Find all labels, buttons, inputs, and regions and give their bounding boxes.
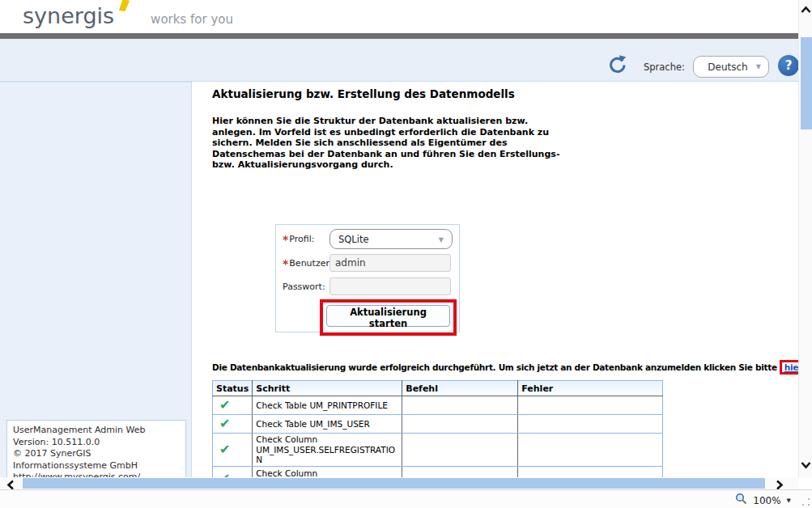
app-name: UserManagement Admin Web	[13, 425, 180, 437]
resize-grip[interactable]	[802, 498, 810, 506]
password-label: Passwort:	[283, 282, 325, 292]
intro-text: Hier können Sie die Struktur der Datenba…	[212, 116, 562, 171]
password-input[interactable]	[329, 277, 451, 295]
zoom-dropdown-icon: ▼	[787, 497, 791, 504]
app-window: synergis works for you Sprache: Deutsch …	[0, 0, 812, 508]
user-label: Benutzer:	[289, 258, 332, 269]
command-cell	[402, 415, 518, 434]
step-cell: Check Column UM_IMS_USER.PWDSALT	[253, 466, 402, 477]
chevron-down-icon: ▼	[439, 236, 444, 243]
database-form: * Profil: SQLite ▼ * Benutzer: Passwort:…	[275, 224, 460, 332]
table-row: ✔ Check Column UM_IMS_USER.PWDSALT	[213, 466, 663, 477]
magnifier-icon	[735, 493, 747, 508]
help-button[interactable]: ?	[778, 55, 799, 76]
scroll-up-icon[interactable]	[801, 3, 811, 19]
profile-value: SQLite	[338, 234, 369, 245]
command-cell	[402, 434, 518, 467]
user-row: * Benutzer:	[283, 253, 332, 273]
horizontal-scroll-thumb[interactable]	[23, 478, 765, 489]
password-row: Passwort:	[283, 277, 325, 297]
chevron-down-icon: ▼	[756, 63, 761, 70]
table-row: ✔ Check Table UM_PRINTPROFILE	[213, 396, 663, 415]
page-title: Aktualisierung bzw. Erstellung des Daten…	[212, 87, 515, 100]
gray-divider-bar	[0, 33, 798, 39]
error-cell	[518, 434, 663, 467]
table-row: ✔ Check Table UM_IMS_USER	[213, 415, 663, 434]
about-box: UserManagement Admin Web Version: 10.511…	[6, 420, 186, 478]
table-row: ✔ Check Column UM_IMS_USER.SELFREGISTRAT…	[213, 434, 663, 467]
success-message: Die Datenbankaktualisierung wurde erfolg…	[212, 360, 798, 375]
step-cell: Check Table UM_PRINTPROFILE	[253, 396, 402, 415]
sidebar: UserManagement Admin Web Version: 10.511…	[0, 82, 192, 478]
error-cell	[518, 396, 663, 415]
step-cell: Check Column UM_IMS_USER.SELFREGISTRATIO…	[253, 434, 402, 467]
col-fehler: Fehler	[518, 381, 663, 396]
check-icon: ✔	[216, 471, 230, 478]
profile-label: Profil:	[289, 234, 314, 244]
error-cell	[518, 466, 663, 477]
zoom-control[interactable]: 100% ▼	[735, 493, 791, 508]
language-value: Deutsch	[708, 61, 747, 73]
required-asterisk: *	[283, 233, 288, 246]
vertical-scroll-thumb[interactable]	[801, 37, 812, 129]
command-cell	[402, 396, 518, 415]
horizontal-scrollbar[interactable]	[0, 477, 798, 489]
toolbar: Sprache: Deutsch ▼ ?	[0, 39, 798, 82]
command-cell	[402, 466, 518, 477]
submit-annotation-highlight: Aktualisierung starten	[320, 299, 457, 336]
check-icon: ✔	[216, 442, 230, 457]
step-cell: Check Table UM_IMS_USER	[253, 415, 402, 434]
main-content: Aktualisierung bzw. Erstellung des Daten…	[192, 82, 798, 477]
status-bar: 100% ▼	[0, 489, 812, 508]
brand-logo: synergis	[23, 0, 114, 32]
check-icon: ✔	[216, 397, 230, 413]
vertical-scrollbar[interactable]	[798, 0, 812, 477]
user-input[interactable]	[329, 254, 451, 272]
col-befehl: Befehl	[402, 381, 518, 396]
check-icon: ✔	[216, 416, 230, 431]
error-cell	[518, 415, 663, 434]
app-header: synergis works for you	[0, 0, 798, 33]
language-select[interactable]: Deutsch ▼	[693, 56, 769, 78]
col-schritt: Schritt	[253, 381, 402, 396]
start-update-button[interactable]: Aktualisierung starten	[326, 305, 450, 327]
table-header-row: Status Schritt Befehl Fehler	[213, 381, 663, 396]
results-table: Status Schritt Befehl Fehler ✔ Check Tab…	[212, 380, 663, 477]
question-icon: ?	[785, 60, 793, 72]
col-status: Status	[213, 381, 253, 396]
profile-row: * Profil:	[283, 229, 314, 249]
version-text: Version: 10.511.0.0	[13, 437, 180, 449]
copyright-text: © 2017 SynerGIS Informationssysteme GmbH	[13, 448, 180, 472]
profile-select[interactable]: SQLite ▼	[329, 229, 453, 249]
link-annotation-highlight: hier	[780, 360, 798, 375]
required-asterisk: *	[283, 257, 288, 270]
language-label: Sprache:	[644, 61, 685, 73]
success-text: Die Datenbankaktualisierung wurde erfolg…	[212, 362, 777, 372]
hier-link[interactable]: hier	[784, 362, 798, 372]
zoom-level: 100%	[753, 495, 780, 506]
refresh-icon[interactable]	[607, 54, 628, 75]
scroll-down-icon[interactable]	[801, 458, 811, 473]
brand-tagline: works for you	[151, 12, 233, 27]
brand-leaf-icon	[117, 0, 131, 15]
